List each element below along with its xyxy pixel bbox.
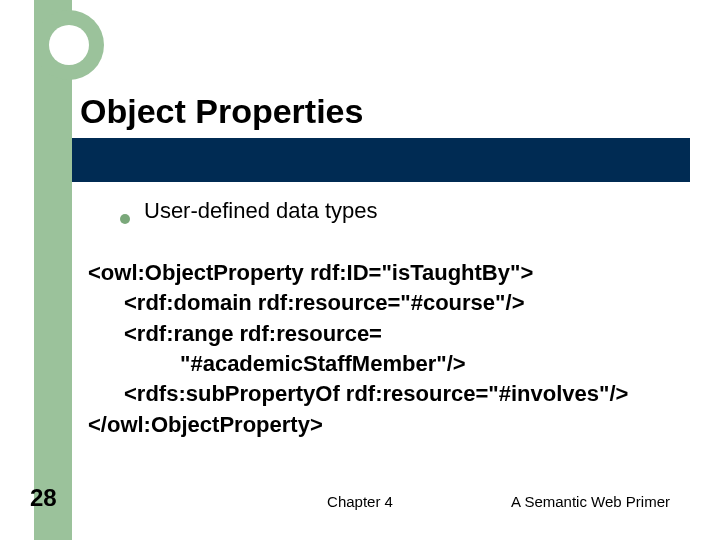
code-line: <owl:ObjectProperty rdf:ID="isTaughtBy"> [88,258,693,288]
side-stripe-decoration [34,0,72,540]
code-line: "#academicStaffMember"/> [88,349,693,379]
code-line: <rdf:range rdf:resource= [88,319,693,349]
title-underline-band [72,138,690,182]
bullet-dot-icon [120,214,130,224]
slide-title: Object Properties [80,92,363,131]
code-block: <owl:ObjectProperty rdf:ID="isTaughtBy">… [88,258,693,440]
code-line: <rdf:domain rdf:resource="#course"/> [88,288,693,318]
bullet-text: User-defined data types [144,198,378,224]
bullet-list: User-defined data types [120,198,680,224]
code-line: </owl:ObjectProperty> [88,410,693,440]
code-line: <rdfs:subPropertyOf rdf:resource="#invol… [88,379,693,409]
corner-circle-inner [49,25,89,65]
footer-right: A Semantic Web Primer [511,493,670,510]
list-item: User-defined data types [120,198,680,224]
